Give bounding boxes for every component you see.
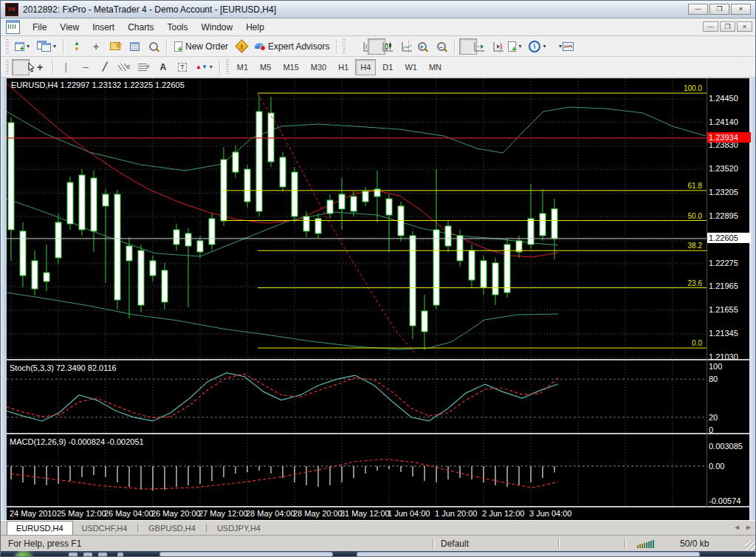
- auto-scroll-button[interactable]: [459, 38, 477, 55]
- timeframe-d1[interactable]: D1: [377, 59, 398, 75]
- terminal-button[interactable]: [126, 38, 143, 55]
- chevron-down-icon[interactable]: ▾: [543, 43, 546, 49]
- chart-shift-button[interactable]: [478, 38, 496, 55]
- tab-scroll-right-icon[interactable]: ►: [745, 523, 752, 531]
- tab-separator: [206, 524, 207, 532]
- menu-file[interactable]: File: [26, 20, 53, 35]
- chart-tab-eurusd-h4[interactable]: EURUSD,H4: [7, 521, 73, 535]
- chart-tab-usdchf-h4[interactable]: USDCHF,H4: [73, 521, 137, 535]
- candlestick-chart-button[interactable]: [368, 38, 385, 55]
- crosshair-tool-button[interactable]: +: [31, 59, 49, 75]
- strategy-tester-button[interactable]: [145, 38, 162, 55]
- tab-scroll-left-icon[interactable]: ◄: [733, 523, 740, 531]
- menu-window[interactable]: Window: [195, 20, 240, 35]
- new-chart-button[interactable]: +▾: [12, 38, 32, 55]
- profiles-button[interactable]: ▾: [34, 38, 59, 55]
- expert-advisors-button[interactable]: Expert Advisors: [252, 38, 332, 55]
- axis-label: 1.21030: [709, 352, 749, 361]
- equidistant-channel-button[interactable]: E: [115, 59, 134, 75]
- toolbar-separator: [63, 39, 64, 54]
- quicklaunch-icon[interactable]: [98, 553, 107, 557]
- market-watch-button[interactable]: ▲▼: [68, 38, 86, 55]
- close-button[interactable]: ×: [731, 4, 751, 15]
- quicklaunch-chevron-icon[interactable]: [117, 553, 123, 557]
- vertical-line-button[interactable]: │: [58, 59, 75, 75]
- panel-splitter[interactable]: [7, 359, 749, 360]
- bar-chart-button[interactable]: [348, 38, 366, 55]
- indicators-button[interactable]: +▾: [505, 38, 524, 55]
- data-window-button[interactable]: +: [87, 38, 105, 55]
- minimize-button[interactable]: —: [688, 4, 708, 15]
- windows-taskbar[interactable]: [1, 551, 756, 557]
- trend-line-button[interactable]: ╱: [96, 59, 114, 75]
- axis-label: 1.23520: [709, 164, 749, 173]
- menu-tools[interactable]: Tools: [161, 20, 195, 35]
- quicklaunch-icon[interactable]: [69, 553, 78, 557]
- axis-label: 0.00: [709, 462, 749, 471]
- chevron-down-icon[interactable]: ▾: [27, 43, 30, 49]
- timeframe-m5[interactable]: M5: [255, 59, 276, 75]
- chart-tab-usdjpy-h4[interactable]: USDJPY,H4: [208, 521, 269, 535]
- time-axis-label: 26 May 20:00: [151, 509, 201, 518]
- title-bar[interactable]: FX 2012892: FxPro - MetaTrader 4 - Demo …: [1, 1, 756, 18]
- quicklaunch-icon[interactable]: [83, 553, 92, 557]
- cursor-button[interactable]: [12, 59, 30, 75]
- menu-charts[interactable]: Charts: [121, 20, 160, 35]
- text-label-button[interactable]: T: [173, 59, 191, 75]
- time-axis-label: 2 Jun 12:00: [482, 509, 525, 518]
- line-chart-button[interactable]: [387, 38, 405, 55]
- window-frame-left: [1, 78, 7, 551]
- toolbar-separator: [166, 39, 168, 54]
- menu-help[interactable]: Help: [239, 20, 271, 35]
- start-orb-icon[interactable]: [14, 552, 33, 557]
- toolbar-grip[interactable]: [6, 39, 9, 54]
- price-chart[interactable]: 100.061.850.038.223.60.0: [7, 78, 707, 359]
- arrows-icon: ▲▼: [196, 64, 207, 70]
- chart-window-icon[interactable]: [6, 20, 20, 34]
- line-studies-toolbar: +│─╱EFAT▲▼▾M1M5M15M30H1H4D1W1MN: [1, 57, 756, 78]
- axis-label: 1.23934: [707, 132, 751, 143]
- zoom-out-button[interactable]: −: [433, 38, 450, 55]
- timeframe-h1[interactable]: H1: [333, 59, 354, 75]
- chevron-down-icon[interactable]: ▾: [518, 43, 521, 49]
- templates-button[interactable]: ▾: [550, 38, 568, 55]
- timeframe-h4[interactable]: H4: [355, 59, 376, 75]
- metaeditor-button[interactable]: !: [233, 38, 250, 55]
- navigator-button[interactable]: ★: [106, 38, 124, 55]
- toolbar-grip[interactable]: [6, 60, 9, 75]
- zoom-in-button[interactable]: +: [413, 38, 431, 55]
- app-icon: FX: [5, 3, 18, 16]
- zoom-in-icon: +: [418, 42, 427, 51]
- chevron-down-icon[interactable]: ▾: [53, 43, 56, 49]
- resize-grip[interactable]: [746, 540, 756, 550]
- timeframe-w1[interactable]: W1: [399, 59, 422, 75]
- timeframe-mn[interactable]: MN: [424, 59, 447, 75]
- menu-insert[interactable]: Insert: [86, 20, 121, 35]
- taskbar-window-button[interactable]: [357, 552, 700, 557]
- chart-tab-gbpusd-h4[interactable]: GBPUSD,H4: [140, 521, 205, 535]
- horizontal-line-button[interactable]: ─: [77, 59, 94, 75]
- timeframe-m30[interactable]: M30: [306, 59, 331, 75]
- new-order-button[interactable]: +New Order: [171, 38, 231, 55]
- arrows-button[interactable]: ▲▼▾: [193, 59, 216, 75]
- text-button[interactable]: A: [154, 59, 172, 75]
- child-restore-button[interactable]: ❐: [720, 21, 735, 32]
- child-close-button[interactable]: ×: [737, 21, 752, 32]
- toolbar-grip[interactable]: [226, 60, 229, 75]
- panel-splitter[interactable]: [7, 433, 749, 434]
- fibonacci-retracement-button[interactable]: F: [135, 59, 153, 75]
- periods-button[interactable]: ▾: [526, 38, 549, 55]
- toolbar-grip[interactable]: [343, 39, 346, 54]
- timeframe-m1[interactable]: M1: [232, 59, 253, 75]
- timeframe-m15[interactable]: M15: [278, 59, 303, 75]
- new-chart-icon: +: [15, 42, 24, 51]
- axis-label: 100: [709, 362, 749, 371]
- child-minimize-button[interactable]: —: [703, 21, 718, 32]
- status-template-name[interactable]: Default: [441, 539, 469, 549]
- chevron-down-icon[interactable]: ▾: [559, 43, 562, 49]
- restore-button[interactable]: ❐: [709, 4, 729, 15]
- menu-view[interactable]: View: [53, 20, 86, 35]
- chevron-down-icon[interactable]: ▾: [210, 64, 213, 70]
- time-axis-label: 1 Jun 04:00: [388, 509, 430, 518]
- taskbar-window-button[interactable]: [159, 552, 333, 557]
